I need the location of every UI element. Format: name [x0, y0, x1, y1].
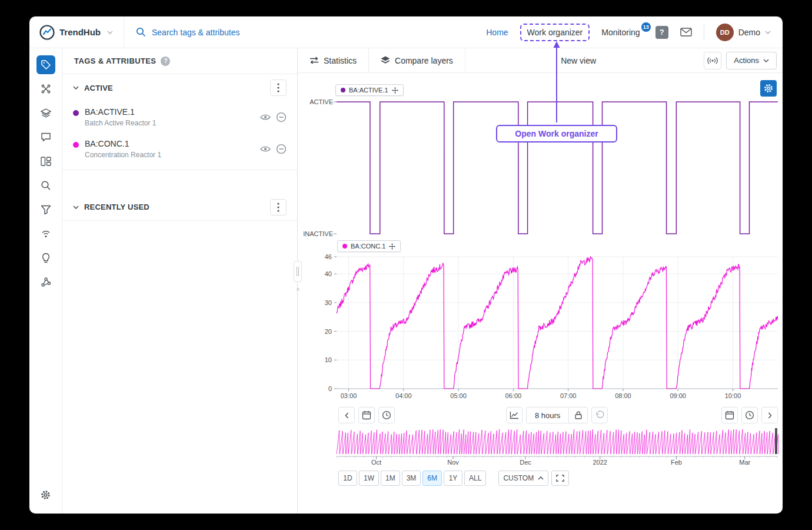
chart-canvas[interactable]: BA:ACTIVE.1 ACTIVEINACTIVE BA:CONC.1 03:…: [298, 73, 783, 406]
move-handle-icon[interactable]: [389, 243, 395, 250]
zoom-range-bar: 1D 1W 1M 3M 6M 1Y ALL CUSTOM: [298, 467, 783, 493]
tags-panel: TAGS & ATTRIBUTES ? ACTIVE BA:ACTIVE.1 B…: [62, 48, 298, 514]
section-menu-button[interactable]: [270, 199, 287, 216]
nav-home[interactable]: Home: [486, 28, 508, 37]
duration-value[interactable]: 8 hours: [526, 407, 569, 423]
zoom-1w-button[interactable]: 1W: [359, 471, 379, 486]
remove-tag-icon[interactable]: [276, 144, 287, 154]
nav-work-organizer[interactable]: Work organizer: [520, 24, 590, 41]
series-color-dot: [342, 244, 347, 249]
svg-text:40: 40: [325, 270, 332, 277]
dashboard-icon[interactable]: [36, 152, 55, 171]
active-tag-list: BA:ACTIVE.1 Batch Active Reactor 1: [62, 101, 297, 170]
trendhub-logo-icon: [39, 24, 55, 41]
live-signal-icon[interactable]: [36, 224, 55, 243]
time-navigation-bar: 8 hours: [298, 406, 783, 427]
tags-panel-header: TAGS & ATTRIBUTES ?: [62, 48, 297, 74]
comments-icon[interactable]: [36, 128, 55, 147]
panel-help-icon[interactable]: ?: [161, 57, 170, 66]
svg-text:Nov: Nov: [447, 459, 459, 466]
rail-search-icon[interactable]: [36, 176, 55, 195]
series-chip-label: BA:ACTIVE.1: [349, 87, 388, 94]
series-chip-conc[interactable]: BA:CONC.1: [337, 240, 401, 252]
chart-settings-gear-icon[interactable]: [760, 80, 777, 97]
search-input[interactable]: [152, 28, 317, 37]
zoom-1y-button[interactable]: 1Y: [444, 471, 462, 486]
zoom-3m-button[interactable]: 3M: [402, 471, 421, 486]
logo-area: TrendHub: [29, 16, 124, 48]
annotation-callout: Open Work organizer: [496, 125, 617, 143]
nav-monitoring-label: Monitoring: [601, 28, 640, 37]
step-forward-chevron-icon[interactable]: [761, 407, 778, 423]
settings-gear-icon[interactable]: [36, 485, 55, 504]
user-menu[interactable]: DD Demo: [716, 24, 771, 41]
app-header: TrendHub Home Work organizer Monitoring …: [29, 16, 783, 48]
header-divider: [704, 25, 704, 40]
main-area: Statistics Compare layers New view Actio…: [298, 48, 783, 514]
visibility-eye-icon[interactable]: [260, 145, 271, 153]
step-back-chevron-icon[interactable]: [338, 407, 355, 423]
components-icon[interactable]: [36, 80, 55, 98]
section-menu-button[interactable]: [270, 80, 287, 96]
end-time-clock-icon[interactable]: [741, 407, 758, 423]
start-date-calendar-icon[interactable]: [358, 407, 375, 423]
zoom-6m-button[interactable]: 6M: [422, 471, 442, 486]
zoom-1d-button[interactable]: 1D: [338, 471, 357, 486]
remove-tag-icon[interactable]: [276, 112, 287, 122]
section-header-active[interactable]: ACTIVE: [62, 74, 297, 101]
help-button[interactable]: ?: [655, 26, 668, 39]
digital-trend-chart[interactable]: ACTIVEINACTIVE: [298, 98, 778, 240]
svg-text:46: 46: [325, 253, 332, 260]
zoom-1m-button[interactable]: 1M: [381, 471, 400, 486]
svg-text:0: 0: [328, 385, 332, 392]
context-overview-strip[interactable]: OctNovDec2022FebMar: [298, 427, 783, 467]
history-undo-icon[interactable]: [591, 407, 608, 423]
filter-icon[interactable]: [36, 200, 55, 219]
tag-list-item[interactable]: BA:CONC.1 Concentration Reactor 1: [62, 133, 297, 165]
actions-button[interactable]: Actions: [726, 52, 777, 69]
series-color-dot: [341, 88, 345, 92]
tag-name: BA:CONC.1: [85, 139, 254, 148]
machine-learning-icon[interactable]: [36, 273, 55, 292]
section-header-recently-used[interactable]: RECENTLY USED: [62, 194, 297, 221]
user-chevron-down-icon: [765, 31, 771, 34]
panel-collapse-button[interactable]: ×: [295, 285, 301, 293]
logo-chevron-down-icon[interactable]: [107, 31, 113, 34]
series-chip-active[interactable]: BA:ACTIVE.1: [335, 84, 404, 96]
annotation-arrow: [550, 41, 564, 125]
svg-text:2022: 2022: [593, 459, 607, 466]
start-time-clock-icon[interactable]: [378, 407, 395, 423]
tab-compare-layers[interactable]: Compare layers: [369, 48, 465, 72]
analog-trend-chart[interactable]: 03:0004:0005:0006:0007:0008:0009:0010:00…: [298, 253, 778, 400]
svg-text:Feb: Feb: [671, 459, 682, 466]
series-chip-label: BA:CONC.1: [351, 243, 385, 250]
lock-duration-icon[interactable]: [569, 407, 588, 423]
mail-icon[interactable]: [680, 28, 692, 37]
fit-selection-icon[interactable]: [551, 471, 569, 486]
tag-list-item[interactable]: BA:ACTIVE.1 Batch Active Reactor 1: [62, 101, 297, 133]
layers-icon[interactable]: [36, 104, 55, 122]
svg-text:30: 30: [325, 299, 332, 306]
visibility-eye-icon[interactable]: [260, 114, 271, 121]
end-date-calendar-icon[interactable]: [721, 407, 738, 423]
move-handle-icon[interactable]: [392, 87, 398, 94]
user-avatar: DD: [716, 24, 734, 41]
nav-monitoring[interactable]: Monitoring 13: [601, 28, 643, 37]
tags-icon[interactable]: [36, 55, 55, 74]
svg-text:04:00: 04:00: [395, 392, 412, 399]
recommendations-bulb-icon[interactable]: [36, 249, 55, 267]
panel-resize-handle[interactable]: [294, 261, 302, 282]
zoom-all-button[interactable]: ALL: [464, 471, 486, 486]
tab-statistics[interactable]: Statistics: [298, 48, 369, 72]
custom-label: CUSTOM: [503, 474, 534, 482]
statistics-icon: [310, 57, 319, 64]
svg-text:INACTIVE: INACTIVE: [303, 230, 333, 237]
svg-text:09:00: 09:00: [670, 392, 686, 399]
svg-text:10:00: 10:00: [725, 392, 741, 399]
tags-panel-title: TAGS & ATTRIBUTES: [74, 57, 156, 65]
svg-text:10: 10: [325, 356, 332, 363]
monitoring-badge: 13: [641, 22, 651, 32]
trend-scale-icon[interactable]: [506, 407, 523, 423]
zoom-custom-button[interactable]: CUSTOM: [498, 471, 548, 486]
broadcast-icon[interactable]: [704, 52, 721, 69]
